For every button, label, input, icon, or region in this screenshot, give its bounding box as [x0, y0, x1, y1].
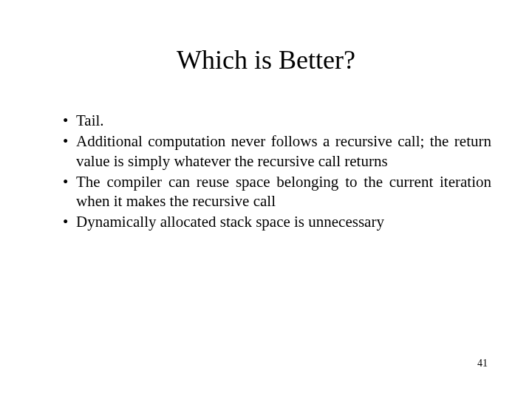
slide-title: Which is Better? [41, 44, 491, 75]
list-item: Additional computation never follows a r… [63, 132, 491, 171]
list-item: The compiler can reuse space belonging t… [63, 172, 491, 211]
list-item: Dynamically allocated stack space is unn… [63, 212, 491, 231]
page-number: 41 [477, 358, 488, 369]
slide-container: Which is Better? Tail. Additional comput… [0, 0, 532, 399]
bullet-list: Tail. Additional computation never follo… [41, 111, 491, 232]
list-item: Tail. [63, 111, 491, 130]
